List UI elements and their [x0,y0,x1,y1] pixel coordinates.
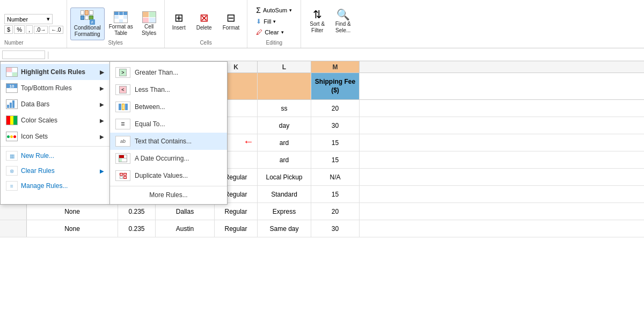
cell[interactable]: 20 [311,100,360,117]
cell[interactable]: 30 [311,117,360,134]
menu-item-less-than[interactable]: < Less Than... [110,81,227,98]
find-icon: 🔍 [336,8,350,21]
ribbon-group-styles: ≠ Conditional Formatting Format as Table… [67,0,165,48]
autosum-button[interactable]: Σ AutoSum ▾ [253,5,295,16]
cell[interactable]: Regular [215,203,258,220]
menu-item-clear-rules[interactable]: ⊗ Clear Rules ▶ [1,163,109,178]
cell[interactable]: Local Pickup [258,169,311,185]
menu-item-new-rule[interactable]: ▦ New Rule... [1,148,109,163]
format-button[interactable]: ⊟ Format [218,9,244,33]
cell[interactable]: Same day [258,220,311,237]
cell-styles-button[interactable]: Cell Styles [137,9,161,39]
new-rule-label: New Rule... [21,152,54,160]
number-format-dropdown[interactable]: Number ▾ [4,14,53,24]
color-scales-icon [6,115,18,125]
menu-item-highlight-cells[interactable]: Highlight Cells Rules ▶ [1,64,109,80]
cell[interactable]: Express [258,203,311,220]
insert-button[interactable]: ⊞ Insert [168,9,190,33]
more-rules-label: More Rules... [149,191,187,199]
percent-btn[interactable]: % [14,25,25,34]
fill-button[interactable]: ⬇ Fill ▾ [253,17,295,26]
menu-item-duplicate-values[interactable]: Duplicate Values... [110,167,227,184]
cell[interactable]: Standard [258,186,311,202]
delete-icon: ⊠ [200,11,209,24]
cell[interactable]: Austin [156,220,215,237]
greater-than-label: Greater Than... [135,69,178,76]
menu-item-equal-to[interactable]: = Equal To... [110,115,227,133]
duplicate-values-label: Duplicate Values... [135,172,188,179]
conditional-formatting-label: Conditional Formatting [74,25,101,38]
delete-label: Delete [196,25,212,31]
cell[interactable]: ss [258,100,311,117]
cell[interactable]: 0.235 [118,220,156,237]
col-header-M[interactable]: M [311,61,360,73]
conditional-formatting-button[interactable]: ≠ Conditional Formatting [70,8,105,40]
clear-rules-label: Clear Rules [21,167,97,175]
format-icon: ⊟ [226,11,236,24]
menu-item-manage-rules[interactable]: ≡ Manage Rules... [1,178,109,193]
dropdown-arrow: ▾ [47,16,50,23]
menu-item-text-contains[interactable]: ab Text that Contains... ← [110,133,227,150]
menu-item-data-bars[interactable]: Data Bars ▶ [1,96,109,112]
date-occurring-label: A Date Occurring... [135,155,189,162]
ribbon: Number ▾ $ % , .0→ ←.0 Number [0,0,644,48]
highlight-cells-arrow: ▶ [100,69,104,75]
dec-decrease-btn[interactable]: ←.0 [49,26,63,34]
cell[interactable]: Dallas [156,203,215,220]
menu-item-color-scales[interactable]: Color Scales ▶ [1,112,109,128]
cell[interactable]: 30 [311,220,360,237]
table-row: None 0.235 Dallas Regular Express 20 [0,203,644,220]
highlight-cells-icon [6,67,18,77]
sort-filter-button[interactable]: ⇅ Sort & Filter [305,6,329,36]
cell-styles-icon [142,11,156,23]
menu-item-more-rules[interactable]: More Rules... [110,188,227,202]
col-header-L[interactable]: L [258,61,311,73]
insert-icon: ⊞ [174,11,184,24]
delete-button[interactable]: ⊠ Delete [192,9,216,33]
currency-btn[interactable]: $ [4,25,13,34]
cell[interactable]: 20 [311,203,360,220]
cell[interactable]: None [27,220,118,237]
icon-sets-icon [6,132,18,141]
cell[interactable]: day [258,117,311,134]
red-arrow-indicator: ← [243,135,254,148]
less-than-icon: < [115,84,130,95]
cell[interactable]: ard [258,151,311,168]
find-select-button[interactable]: 🔍 Find & Sele... [331,6,355,36]
autosum-label: AutoSum [263,7,287,13]
dec-increase-btn[interactable]: .0→ [34,26,48,34]
menu-item-greater-than[interactable]: > Greater Than... [110,64,227,81]
cell[interactable]: 15 [311,151,360,168]
cell[interactable]: 0.235 [118,203,156,220]
cell[interactable]: None [27,203,118,220]
cell[interactable]: ard [258,134,311,151]
styles-group-label: Styles [108,40,123,46]
cell[interactable]: 15 [311,134,360,151]
menu-item-date-occurring[interactable]: A Date Occurring... [110,150,227,167]
new-rule-icon: ▦ [6,151,18,161]
format-as-table-label: Format as Table [109,24,133,37]
menu-item-top-bottom[interactable]: 10 Top/Bottom Rules ▶ [1,80,109,96]
sigma-icon: Σ [256,6,261,15]
less-than-label: Less Than... [135,86,170,93]
cells-group-label: Cells [200,40,211,46]
ribbon-group-sort: ⇅ Sort & Filter 🔍 Find & Sele... [301,0,359,48]
cell[interactable]: Regular [215,220,258,237]
name-box[interactable] [2,50,45,59]
equal-to-label: Equal To... [135,120,165,128]
menu-item-between[interactable]: Between... [110,98,227,115]
comma-btn[interactable]: , [26,25,33,34]
greater-than-icon: > [115,67,130,78]
table-row: None 0.235 Austin Regular Same day 30 [0,220,644,237]
header-cell-M: Shipping Fee ($) [311,73,360,99]
manage-rules-icon: ≡ [6,181,18,191]
formula-input[interactable] [52,51,642,59]
date-occurring-icon [115,153,130,164]
eraser-icon: 🖊 [256,28,262,36]
clear-label: Clear [265,29,279,35]
clear-button[interactable]: 🖊 Clear ▾ [253,27,295,37]
menu-item-icon-sets[interactable]: Icon Sets ▶ [1,128,109,144]
format-as-table-button[interactable]: Format as Table [106,9,136,39]
cell[interactable]: N/A [311,169,360,185]
cell[interactable]: 15 [311,186,360,202]
